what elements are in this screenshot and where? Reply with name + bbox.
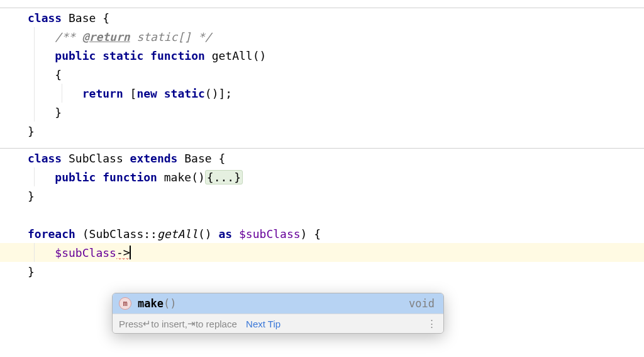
indent	[28, 30, 55, 43]
footer-text: to replace	[196, 319, 237, 329]
code-line[interactable]: public function make(){...}	[0, 167, 644, 186]
class-name: SubClass	[69, 152, 123, 165]
keyword: new	[136, 87, 157, 100]
function-name: make	[164, 171, 191, 184]
keyword: class	[28, 152, 62, 165]
indent	[28, 171, 55, 184]
next-tip-link[interactable]: Next Tip	[246, 319, 280, 329]
footer-text: Press	[119, 319, 143, 329]
completion-name: make	[138, 297, 164, 310]
doc-comment: static[] */	[130, 30, 212, 43]
keyword: function	[103, 171, 157, 184]
doc-tag: @return	[82, 30, 130, 43]
more-icon[interactable]: ⋮	[427, 318, 437, 329]
keyword: foreach	[28, 227, 75, 241]
keyword: extends	[130, 152, 178, 165]
parens: ()	[198, 227, 212, 241]
brace: {	[96, 11, 109, 25]
indent	[28, 106, 55, 119]
class-name: Base	[69, 11, 96, 25]
indent	[28, 49, 55, 62]
paren: (	[75, 227, 89, 241]
class-name: Base	[184, 152, 211, 165]
arrow-op: ->	[116, 246, 130, 260]
code-line[interactable]: /** @return static[] */	[0, 27, 644, 46]
completion-args: ()	[164, 297, 176, 310]
code-line[interactable]: }	[0, 122, 644, 140]
code-line[interactable]: }	[0, 103, 644, 122]
completion-item[interactable]: m make() void	[113, 293, 443, 314]
code-text: ()];	[205, 87, 232, 100]
indent	[28, 87, 82, 100]
text-caret	[130, 246, 131, 259]
code-line[interactable]: foreach (SubClass::getAll() as $subClass…	[0, 224, 644, 243]
code-fold[interactable]: {...}	[205, 170, 243, 184]
keyword: class	[28, 11, 62, 25]
enter-key-icon: ↵	[143, 318, 151, 329]
code-line[interactable]: class SubClass extends Base {	[0, 149, 644, 167]
parens: ()	[191, 171, 205, 184]
code-line[interactable]: class Base {	[0, 8, 644, 27]
keyword: public	[55, 171, 96, 184]
doc-comment: /**	[55, 30, 82, 43]
code-line[interactable]: }	[0, 262, 644, 281]
completion-popup: m make() void Press ↵ to insert, ⇥ to re…	[112, 293, 444, 334]
code-line-active[interactable]: $subClass->	[0, 243, 644, 262]
indent	[28, 246, 55, 259]
text	[62, 11, 69, 25]
footer-text: to insert,	[151, 319, 187, 329]
keyword: as	[219, 227, 233, 241]
brace: }	[28, 125, 35, 138]
brace: }	[28, 265, 35, 278]
keyword: return	[82, 87, 123, 100]
code-editor[interactable]: class Base { /** @return static[] */ pub…	[0, 8, 644, 281]
code-line[interactable]: }	[0, 186, 644, 205]
function-name: getAll	[212, 49, 253, 62]
parens: ()	[253, 49, 267, 62]
method-call: getAll	[157, 227, 198, 241]
variable: $subClass	[55, 246, 116, 259]
indent	[28, 68, 55, 81]
keyword: static	[103, 49, 143, 62]
paren: ) {	[301, 227, 321, 241]
brace: {	[55, 68, 62, 81]
method-icon: m	[119, 297, 131, 310]
tab-key-icon: ⇥	[187, 318, 196, 329]
keyword: static	[164, 87, 205, 100]
code-line[interactable]: return [new static()];	[0, 84, 644, 103]
brace: }	[28, 190, 35, 203]
keyword: function	[150, 49, 205, 62]
completion-footer: Press ↵ to insert, ⇥ to replace Next Tip…	[113, 314, 443, 333]
code-line[interactable]: {	[0, 65, 644, 84]
brace: }	[55, 106, 62, 119]
code-line[interactable]: public static function getAll()	[0, 46, 644, 65]
keyword: public	[55, 49, 96, 62]
bracket: [	[123, 87, 137, 100]
brace: {	[212, 152, 226, 165]
scope-op: ::	[143, 227, 157, 241]
class-name: SubClass	[89, 227, 144, 241]
completion-type: void	[409, 297, 435, 310]
variable: $subClass	[239, 227, 301, 241]
